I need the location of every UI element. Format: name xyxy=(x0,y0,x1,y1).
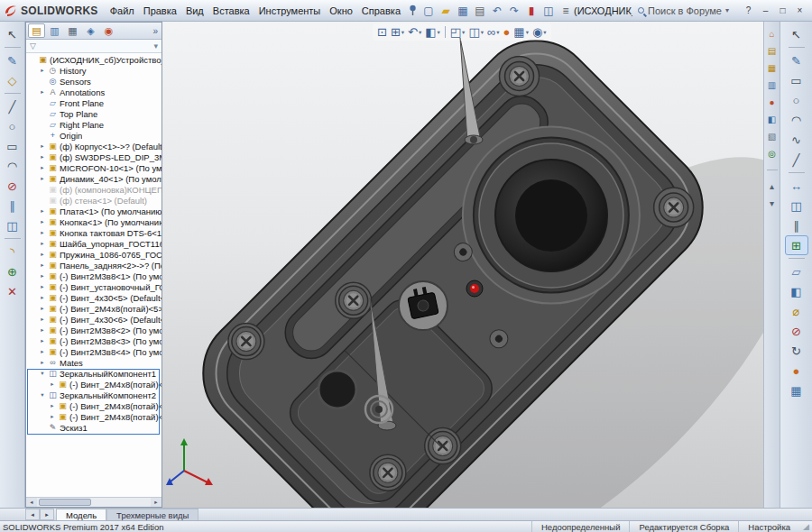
expand-arrow-icon[interactable]: ▸ xyxy=(39,218,46,225)
tree-part-suppressed[interactable]: ▣ (ф) (компоновка)КОНЦЕПТ_3<2> (Default) xyxy=(26,184,161,195)
expand-arrow-icon[interactable]: ▸ xyxy=(39,175,46,182)
tree-part[interactable]: ▸ ▣ (-) Винт_2М4х8(потай)<7> (Default< xyxy=(26,400,161,411)
menu-window[interactable]: Окно xyxy=(325,2,357,20)
scenes-tab[interactable]: ◧ xyxy=(765,113,779,126)
3d-views-tab[interactable]: Трехмерные виды xyxy=(106,509,198,520)
line-button[interactable]: ╱ xyxy=(786,151,807,169)
edit-component-button[interactable]: ◫ xyxy=(540,2,557,19)
tree-horizontal-scrollbar[interactable]: ◂ ▸ xyxy=(26,497,161,507)
expand-arrow-icon[interactable]: ▸ xyxy=(49,413,56,420)
speaker[interactable] xyxy=(479,143,623,288)
led-indicator[interactable] xyxy=(466,280,483,297)
menu-insert[interactable]: Вставка xyxy=(208,2,254,20)
tree-root-assembly[interactable]: ▣ (ИСХОДНИК_сб)Устройство_переговорное (… xyxy=(26,54,161,65)
dropdown-arrow-icon[interactable]: ▾ xyxy=(481,29,484,36)
tree-part[interactable]: ▸ ▣ (-) Винт_4х30<6> (Default<<Default>_… xyxy=(26,314,161,325)
expand-arrow-icon[interactable]: ▸ xyxy=(39,326,46,334)
custom-properties-tab[interactable]: ▧ xyxy=(765,130,779,143)
view-orientation-button[interactable]: ◰ ▾ xyxy=(448,24,467,40)
spline-button[interactable]: ∿ xyxy=(786,131,807,149)
expand-arrow-icon[interactable]: ▾ xyxy=(39,370,46,377)
status-definition-state[interactable]: Недоопределенный xyxy=(531,521,630,532)
dropdown-arrow-icon[interactable]: ▾ xyxy=(526,29,529,36)
tree-annotations[interactable]: ▸ A Annotations xyxy=(26,87,161,97)
expand-arrow-icon[interactable]: ▸ xyxy=(39,67,46,74)
section-view-button[interactable]: ◧ ▾ xyxy=(423,24,442,40)
expand-arrow-icon[interactable]: ▸ xyxy=(39,316,46,323)
tree-top-plane[interactable]: ▱ Top Plane xyxy=(26,108,161,119)
dimension-button[interactable]: ↔ xyxy=(786,177,807,195)
tree-part[interactable]: ▸ ▣ (-) Винт_2М4х8(потай)<6> (Default< xyxy=(26,379,161,390)
undo-button[interactable]: ↶ xyxy=(489,2,505,19)
panel-overflow-chevron[interactable]: » xyxy=(152,26,160,36)
filter-caret-icon[interactable]: ▾ xyxy=(153,41,158,50)
scroll-left-button[interactable]: ◂ xyxy=(26,498,37,507)
solidworks-resources-tab[interactable]: ⌂ xyxy=(765,27,779,41)
previous-view-button[interactable]: ↶ ▾ xyxy=(406,24,423,40)
tab-scroll-right-button[interactable]: ▸ xyxy=(40,509,54,520)
expand-arrow-icon[interactable]: ▸ xyxy=(39,359,46,366)
save-button[interactable]: ▦ xyxy=(455,2,471,19)
open-file-button[interactable]: ▰ xyxy=(438,2,454,19)
expand-arrow-icon[interactable]: ▸ xyxy=(39,283,46,290)
appearance-button[interactable]: ● xyxy=(786,362,807,380)
tree-filter-bar[interactable]: ▽ ▾ xyxy=(26,40,161,53)
menu-tools[interactable]: Инструменты xyxy=(254,2,326,20)
new-file-button[interactable]: ▢ xyxy=(420,2,437,19)
tree-part[interactable]: ▸ ▣ Динамик_40<1> (По умолчанию<<По ум xyxy=(26,173,161,184)
tree-part[interactable]: ▸ ▣ (ф) Корпус<1>->? (Default<<Default>_… xyxy=(26,141,161,151)
rectangle-button[interactable]: ▭ xyxy=(786,71,807,89)
view-palette-tab[interactable]: ▥ xyxy=(765,78,779,92)
file-explorer-tab[interactable]: ▦ xyxy=(765,61,779,75)
tree-part[interactable]: ▸ ▣ MICROFON-10<1> (По умолчанию<<По xyxy=(26,162,161,173)
rebuild-button[interactable]: ▮ xyxy=(523,2,540,19)
tree-part[interactable]: ▸ ▣ Плата<1> (По умолчанию<<По умолча xyxy=(26,206,161,216)
design-library-tab[interactable]: ▤ xyxy=(765,44,779,58)
rectangle-tool-button[interactable]: ▭ xyxy=(3,137,23,155)
propertymanager-tab[interactable]: ▥ xyxy=(46,23,63,38)
tree-part[interactable]: ▸ ▣ Кнопка тактовая DTS-6<1> (По умолчан xyxy=(26,227,161,238)
tree-part[interactable]: ▸ ▣ (-) Винт_2М4х8(потай)<5> (Default<<D… xyxy=(26,303,161,314)
offset-tool-button[interactable]: ∥ xyxy=(3,197,23,215)
tree-part-suppressed[interactable]: ▣ (ф) стена<1> (Default) xyxy=(26,195,161,206)
help-button[interactable]: ? xyxy=(740,4,757,18)
reference-plane-button[interactable]: ▱ xyxy=(786,262,807,280)
expand-arrow-icon[interactable]: ▸ xyxy=(39,305,46,312)
minimize-button[interactable]: – xyxy=(757,4,774,18)
expand-arrow-icon[interactable]: ▸ xyxy=(39,294,46,301)
fillet-tool-button[interactable]: ◝ xyxy=(3,243,23,261)
menu-help[interactable]: Справка xyxy=(357,2,405,20)
expand-arrow-icon[interactable]: ▸ xyxy=(39,229,46,236)
zoom-fit-button[interactable]: ⊡ xyxy=(375,24,389,40)
status-configuration[interactable]: Настройка xyxy=(738,521,799,532)
configurationmanager-tab[interactable]: ▦ xyxy=(64,23,81,38)
displaymanager-tab[interactable]: ◉ xyxy=(100,23,117,38)
expand-arrow-icon[interactable]: ▸ xyxy=(39,207,46,215)
zoom-area-button[interactable]: ⊞ ▾ xyxy=(389,24,406,40)
search-input[interactable]: Поиск в Форуме xyxy=(648,5,722,16)
expand-arrow-icon[interactable]: ▸ xyxy=(49,402,56,409)
tree-part[interactable]: ▸ ▣ (-) Винт_4х30<5> (Default<<Default>_… xyxy=(26,292,161,303)
options-button[interactable]: ≡ xyxy=(558,2,574,19)
interference-button[interactable]: ⊘ xyxy=(786,322,807,340)
tree-part[interactable]: ▸ ▣ (-) Винт2М3в8<1> (По умолчанию<<По xyxy=(26,271,161,281)
menu-file[interactable]: Файл xyxy=(106,2,139,20)
expand-arrow-icon[interactable]: ▸ xyxy=(39,251,46,258)
appearances-tab[interactable]: ● xyxy=(765,96,779,109)
graphics-area[interactable]: ⊡ ⊞ ▾ ↶ ▾ ◧ ▾ ◰ xyxy=(162,22,763,508)
expand-arrow-icon[interactable]: ▸ xyxy=(39,272,46,280)
redo-button[interactable]: ↷ xyxy=(506,2,522,19)
sketch-button[interactable]: ✎ xyxy=(786,51,807,69)
search-caret-icon[interactable]: ▾ xyxy=(725,6,729,14)
print-button[interactable]: ▤ xyxy=(472,2,488,19)
dropdown-arrow-icon[interactable]: ▾ xyxy=(419,29,421,36)
rotate-view-button[interactable]: ↻ xyxy=(786,342,807,360)
tree-part[interactable]: ▸ ▣ (-) Винт2М3в8<2> (По умолчанию<<По xyxy=(26,325,161,335)
scene-button[interactable]: ▦ xyxy=(786,381,807,399)
pushpin-icon[interactable] xyxy=(409,5,417,16)
strip-scroll-up-button[interactable]: ▴ xyxy=(765,179,779,193)
scroll-right-button[interactable]: ▸ xyxy=(151,498,161,507)
convert-entities-button[interactable]: ⊕ xyxy=(3,262,23,280)
expand-arrow-icon[interactable]: ▾ xyxy=(39,391,46,399)
featuremanager-tree-tab[interactable]: ▤ xyxy=(28,23,45,38)
